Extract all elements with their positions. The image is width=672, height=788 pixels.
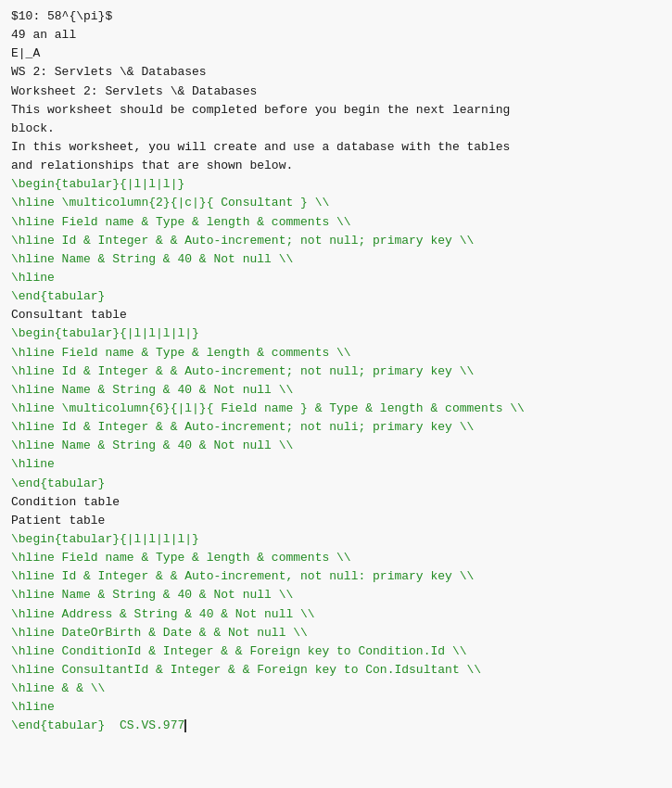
code-line: \hline Id & Integer & & Auto-increment; …: [11, 232, 661, 250]
code-line: \hline ConsultantId & Integer & & Foreig…: [11, 661, 661, 680]
code-line: \hline Name & String & 40 & Not null \\: [11, 586, 661, 604]
code-line: \hline \multicolumn{2}{|c|}{ Consultant …: [11, 194, 661, 212]
code-line: block.: [11, 120, 661, 138]
code-line: \end{tabular}: [11, 475, 661, 493]
code-line: \hline Id & Integer & & Auto-increment; …: [11, 362, 661, 381]
code-line: \hline & & \\: [11, 680, 661, 698]
code-line: This worksheet should be completed befor…: [11, 101, 661, 120]
code-line: 49 an all: [11, 26, 661, 44]
code-line: \begin{tabular}{|l|l|l|}: [11, 175, 661, 194]
code-line: \hline: [11, 698, 661, 717]
code-line: \hline \multicolumn{6}{|l|}{ Field name …: [11, 400, 661, 418]
code-lines: $10: 58^{\pi}$49 an allE|_AWS 2: Servlet…: [11, 7, 661, 735]
code-line: \hline Name & String & 40 & Not null \\: [11, 437, 661, 455]
code-line: \hline: [11, 269, 661, 287]
code-line: E|_A: [11, 44, 661, 63]
code-line: \end{tabular} CS.VS.977: [11, 717, 661, 735]
code-line: \hline Id & Integer & & Auto-increment, …: [11, 567, 661, 586]
code-line: \end{tabular}: [11, 287, 661, 306]
code-line: \hline Name & String & 40 & Not null \\: [11, 250, 661, 269]
code-line: \hline Address & String & 40 & Not null …: [11, 605, 661, 624]
code-line: and relationships that are shown below.: [11, 157, 661, 175]
code-line: $10: 58^{\pi}$: [11, 7, 661, 26]
code-line: WS 2: Servlets \& Databases: [11, 63, 661, 82]
editor-container[interactable]: $10: 58^{\pi}$49 an allE|_AWS 2: Servlet…: [0, 0, 672, 788]
code-line: \hline Field name & Type & length & comm…: [11, 213, 661, 232]
code-line: \begin{tabular}{|l|l|l|l|}: [11, 530, 661, 549]
code-line: \hline Field name & Type & length & comm…: [11, 344, 661, 362]
code-line: \hline Name & String & 40 & Not null \\: [11, 381, 661, 400]
code-line: Consultant table: [11, 306, 661, 324]
code-line: Worksheet 2: Servlets \& Databases: [11, 83, 661, 101]
code-line: Patient table: [11, 512, 661, 530]
code-line: \hline DateOrBirth & Date & & Not null \…: [11, 624, 661, 642]
code-line: \hline Field name & Type & length & comm…: [11, 549, 661, 567]
code-line: Condition table: [11, 493, 661, 512]
code-line: \hline Id & Integer & & Auto-increment; …: [11, 418, 661, 437]
text-cursor: [184, 719, 186, 732]
code-line: \hline: [11, 455, 661, 474]
code-line: \begin{tabular}{|l|l|l|l|}: [11, 324, 661, 343]
code-line: In this worksheet, you will create and u…: [11, 138, 661, 157]
code-line: \hline ConditionId & Integer & & Foreign…: [11, 642, 661, 661]
